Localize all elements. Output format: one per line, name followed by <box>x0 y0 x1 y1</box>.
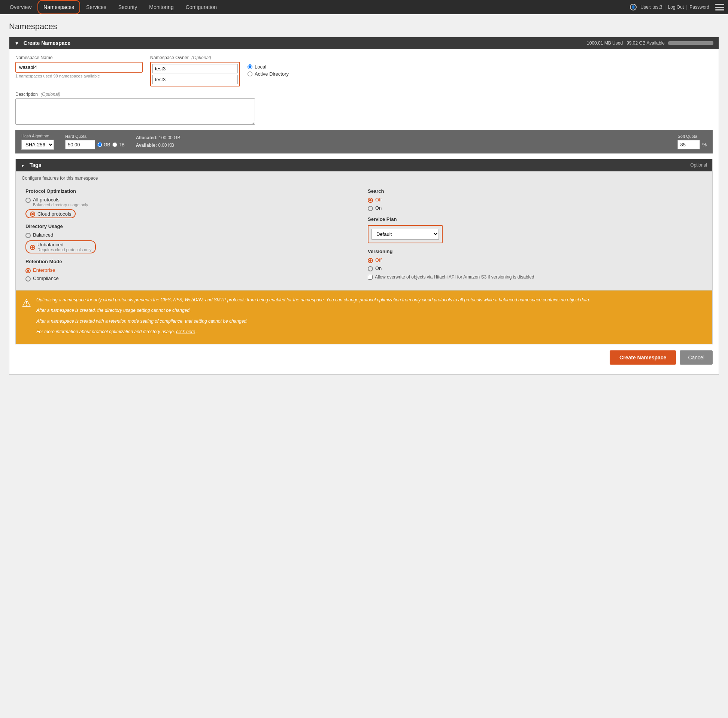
balanced-label: Balanced <box>33 232 53 238</box>
compliance-radio[interactable] <box>26 276 31 281</box>
owner-search-input[interactable] <box>152 64 238 73</box>
search-off-option[interactable]: Off <box>368 197 702 203</box>
versioning-title: Versioning <box>368 249 702 254</box>
ad-radio[interactable]: Active Directory <box>248 71 289 77</box>
all-protocols-label: All protocols <box>33 197 88 203</box>
search-on-label: On <box>375 205 382 211</box>
nav-namespaces[interactable]: Namespaces <box>37 0 80 14</box>
hash-algorithm-select[interactable]: SHA-256 MD5 SHA-1 <box>21 140 54 150</box>
nav-configuration[interactable]: Configuration <box>180 0 223 14</box>
right-feature-col: Search Off On Service Plan <box>364 185 706 287</box>
storage-info: 1000.01 MB Used 99.02 GB Available <box>587 40 713 46</box>
namespace-owner-group: Namespace Owner (Optional) test3 <box>150 55 240 87</box>
hash-label: Hash Algorithm <box>21 134 54 138</box>
versioning-off-label: Off <box>375 257 382 263</box>
cloud-protocols-option[interactable]: Cloud protocols <box>26 209 360 218</box>
click-here-link[interactable]: click here <box>176 329 196 334</box>
warning-text-3: After a namespace is created with a rete… <box>36 318 590 325</box>
nav-overview[interactable]: Overview <box>4 0 37 14</box>
compliance-label: Compliance <box>33 275 59 281</box>
search-on-radio[interactable] <box>368 206 373 211</box>
soft-quota-input-row: % <box>678 140 707 150</box>
tags-title: Tags <box>30 162 41 168</box>
features-configure-label: Configure features for this namespace <box>22 176 706 181</box>
service-plan-box: Default <box>368 225 443 243</box>
nav-items: Overview Namespaces Services Security Mo… <box>4 0 630 14</box>
logout-link[interactable]: Log Out <box>668 5 684 10</box>
versioning-off-radio[interactable] <box>368 258 373 263</box>
overwrite-checkbox[interactable] <box>368 275 373 280</box>
all-protocols-radio[interactable] <box>26 198 31 203</box>
collapse-chevron[interactable]: ▼ <box>15 41 19 46</box>
balanced-option[interactable]: Balanced <box>26 232 360 238</box>
gb-radio-input[interactable] <box>97 142 102 147</box>
panel-header-left: ▼ Create Namespace <box>15 40 70 46</box>
all-protocols-text: All protocols Balanced directory usage o… <box>33 197 88 207</box>
description-textarea[interactable] <box>15 98 255 125</box>
cloud-protocols-radio[interactable] <box>30 211 35 217</box>
cloud-protocols-outlined[interactable]: Cloud protocols <box>26 209 76 218</box>
unbalanced-option[interactable]: Unbalanced Requires cloud protocols only <box>26 240 360 254</box>
nav-security[interactable]: Security <box>112 0 144 14</box>
warning-box: ⚠ Optimizing a namespace for only cloud … <box>16 290 712 344</box>
versioning-off-option[interactable]: Off <box>368 257 702 263</box>
nav-services[interactable]: Services <box>80 0 112 14</box>
optional-label: (Optional) <box>191 55 211 60</box>
local-label: Local <box>255 64 266 70</box>
balanced-radio[interactable] <box>26 233 31 238</box>
pipe-divider-1: | <box>664 5 665 10</box>
versioning-on-label: On <box>375 266 382 271</box>
cancel-button[interactable]: Cancel <box>680 350 713 365</box>
features-section: Configure features for this namespace Pr… <box>16 171 712 290</box>
namespace-name-group: Namespace Name 1 namespaces used 99 name… <box>15 55 143 78</box>
pipe-divider-2: | <box>686 5 687 10</box>
tags-optional-label: Optional <box>690 162 707 168</box>
allocated-row: Allocated: 100.00 GB <box>136 134 180 142</box>
soft-quota-input[interactable] <box>678 140 700 150</box>
owner-result[interactable]: test3 <box>152 75 238 84</box>
unbalanced-radio[interactable] <box>30 245 35 250</box>
password-link[interactable]: Password <box>690 5 709 10</box>
description-label: Description (Optional) <box>15 92 713 97</box>
cloud-protocols-label: Cloud protocols <box>37 211 71 217</box>
menu-icon[interactable] <box>715 4 724 11</box>
gb-radio[interactable]: GB <box>97 142 110 148</box>
create-namespace-button[interactable]: Create Namespace <box>610 350 676 365</box>
soft-quota-section: Soft Quota % <box>678 134 707 150</box>
versioning-on-option[interactable]: On <box>368 266 702 271</box>
enterprise-radio[interactable] <box>26 268 31 273</box>
namespace-name-input[interactable] <box>15 62 143 73</box>
compliance-option[interactable]: Compliance <box>26 275 360 281</box>
description-optional: (Optional) <box>40 92 60 97</box>
service-plan-select[interactable]: Default <box>372 229 439 240</box>
create-namespace-panel: ▼ Create Namespace 1000.01 MB Used 99.02… <box>9 37 719 375</box>
versioning-on-radio[interactable] <box>368 266 373 271</box>
local-radio[interactable]: Local <box>248 64 289 70</box>
ad-radio-input[interactable] <box>248 72 252 76</box>
unbalanced-outlined[interactable]: Unbalanced Requires cloud protocols only <box>26 240 96 254</box>
search-off-radio[interactable] <box>368 198 373 203</box>
local-radio-input[interactable] <box>248 64 252 69</box>
namespace-name-row: Namespace Name 1 namespaces used 99 name… <box>15 55 713 87</box>
hard-quota-input[interactable] <box>65 140 95 150</box>
namespace-name-label: Namespace Name <box>15 55 143 60</box>
search-off-label: Off <box>375 197 382 203</box>
tags-panel: ► Tags Optional <box>15 159 713 171</box>
hard-quota-label: Hard Quota <box>65 134 125 139</box>
overwrite-label: Allow overwrite of objects via Hitachi A… <box>375 274 534 280</box>
search-on-option[interactable]: On <box>368 205 702 211</box>
enterprise-option[interactable]: Enterprise <box>26 267 360 273</box>
tb-radio[interactable]: TB <box>112 142 124 148</box>
warning-icon: ⚠ <box>22 297 31 339</box>
tb-radio-input[interactable] <box>112 142 117 147</box>
all-protocols-option[interactable]: All protocols Balanced directory usage o… <box>26 197 360 207</box>
unbalanced-label: Unbalanced <box>37 242 91 247</box>
all-protocols-hint: Balanced directory usage only <box>33 203 88 207</box>
form-footer: Create Namespace Cancel <box>15 344 713 368</box>
retention-mode-title: Retention Mode <box>26 259 360 264</box>
percent-label: % <box>702 142 707 148</box>
nav-monitoring[interactable]: Monitoring <box>143 0 179 14</box>
tags-panel-header: ► Tags Optional <box>16 159 712 171</box>
warning-text-2: After a namespace is created, the direct… <box>36 307 590 314</box>
tags-chevron[interactable]: ► <box>21 163 25 168</box>
